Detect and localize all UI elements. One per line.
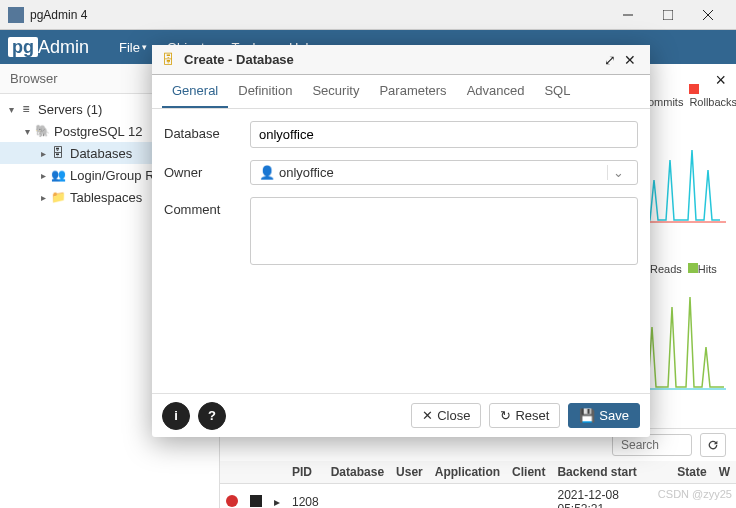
col-state[interactable]: State — [671, 461, 712, 484]
tab-sql[interactable]: SQL — [534, 75, 580, 108]
owner-label: Owner — [164, 160, 250, 180]
app-icon — [8, 7, 24, 23]
app-logo: pgAdmin — [8, 37, 89, 58]
create-database-dialog: 🗄 Create - Database ⤢ ✕ GeneralDefinitio… — [152, 45, 650, 437]
refresh-button[interactable] — [700, 433, 726, 457]
comment-textarea[interactable] — [250, 197, 638, 265]
tab-security[interactable]: Security — [302, 75, 369, 108]
col-user[interactable]: User — [390, 461, 429, 484]
transactions-chart — [640, 110, 726, 230]
window-title: pgAdmin 4 — [30, 8, 608, 22]
svg-rect-1 — [663, 10, 673, 20]
database-label: Database — [164, 121, 250, 141]
tab-advanced[interactable]: Advanced — [457, 75, 535, 108]
owner-value: onlyoffice — [279, 165, 334, 180]
help-button[interactable]: ? — [198, 402, 226, 430]
expand-icon[interactable]: ⤢ — [600, 52, 620, 68]
menu-file[interactable]: File▾ — [109, 40, 157, 55]
search-input[interactable] — [612, 434, 692, 456]
chart-legend-2: ReadsHits — [640, 263, 726, 275]
save-button[interactable]: 💾Save — [568, 403, 640, 428]
owner-select[interactable]: 👤 onlyoffice ⌄ — [250, 160, 638, 185]
col-action[interactable] — [244, 461, 268, 484]
comment-label: Comment — [164, 197, 250, 217]
col-database[interactable]: Database — [325, 461, 390, 484]
col-w[interactable]: W — [713, 461, 736, 484]
close-button[interactable]: ✕Close — [411, 403, 481, 428]
save-icon: 💾 — [579, 408, 595, 423]
browser-title: Browser — [10, 71, 58, 86]
col-backend-start[interactable]: Backend start — [551, 461, 671, 484]
dialog-close-icon[interactable]: ✕ — [620, 52, 640, 68]
watermark: CSDN @zyy25 — [658, 488, 732, 500]
col-action[interactable] — [220, 461, 244, 484]
chevron-down-icon: ⌄ — [607, 165, 629, 180]
tab-general[interactable]: General — [162, 75, 228, 108]
col-application[interactable]: Application — [429, 461, 506, 484]
col-client[interactable]: Client — [506, 461, 551, 484]
database-input[interactable] — [250, 121, 638, 148]
maximize-button[interactable] — [648, 1, 688, 29]
user-icon: 👤 — [259, 165, 275, 180]
database-icon: 🗄 — [162, 52, 178, 67]
sessions-table: PIDDatabaseUserApplicationClientBackend … — [220, 461, 736, 508]
tab-parameters[interactable]: Parameters — [369, 75, 456, 108]
info-button[interactable]: i — [162, 402, 190, 430]
tab-definition[interactable]: Definition — [228, 75, 302, 108]
minimize-button[interactable] — [608, 1, 648, 29]
col-pid[interactable]: PID — [286, 461, 325, 484]
chart-legend-1: CommitsRollbacks — [640, 84, 726, 108]
tuples-chart — [640, 277, 726, 397]
close-window-button[interactable] — [688, 1, 728, 29]
dialog-title: Create - Database — [184, 52, 294, 67]
reset-button[interactable]: ↻Reset — [489, 403, 560, 428]
col-action[interactable] — [268, 461, 286, 484]
window-titlebar: pgAdmin 4 — [0, 0, 736, 30]
